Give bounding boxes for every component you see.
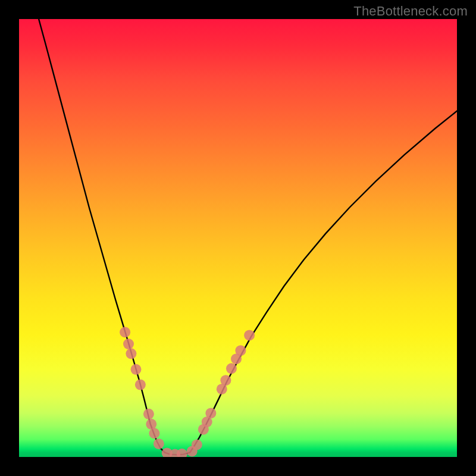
data-point xyxy=(220,375,231,386)
data-point xyxy=(192,439,202,450)
scatter-group xyxy=(120,327,255,457)
data-point xyxy=(123,339,134,349)
data-point xyxy=(143,409,154,419)
data-point xyxy=(126,348,136,359)
data-point xyxy=(135,380,146,390)
data-point xyxy=(235,345,246,356)
data-point xyxy=(205,408,216,418)
data-point xyxy=(244,330,255,340)
curve-group xyxy=(39,19,457,455)
data-point xyxy=(120,327,130,337)
data-point xyxy=(177,449,187,457)
plot-area xyxy=(19,19,457,457)
data-point xyxy=(131,364,142,375)
data-point xyxy=(226,363,237,374)
curve-right-branch xyxy=(190,111,457,453)
watermark-text: TheBottleneck.com xyxy=(353,4,468,19)
data-point xyxy=(146,419,156,430)
chart-frame: TheBottleneck.com xyxy=(0,0,476,476)
curve-left-branch xyxy=(39,19,165,453)
bottleneck-curve-layer xyxy=(19,19,457,457)
data-point xyxy=(154,439,164,449)
data-point xyxy=(149,428,159,439)
